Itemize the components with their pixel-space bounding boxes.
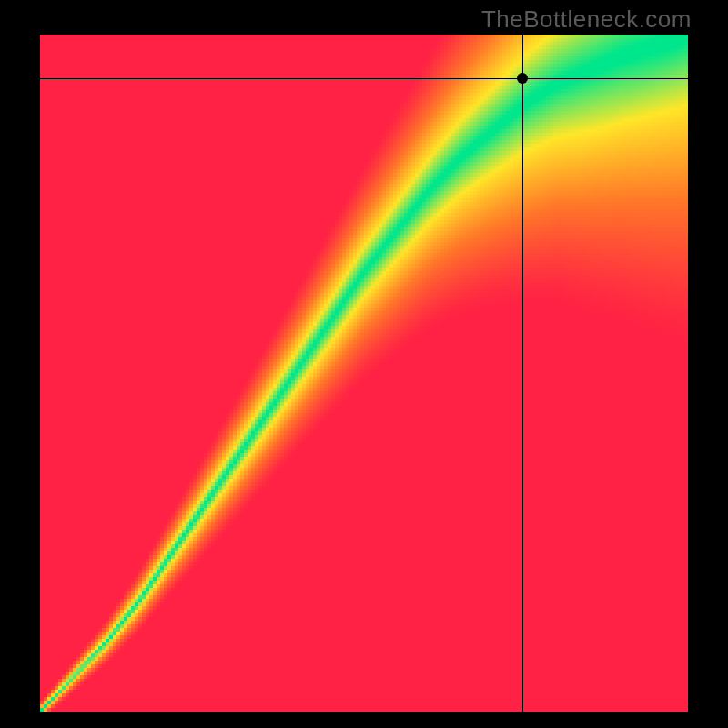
chart-frame: TheBottleneck.com [0,0,728,728]
crosshair-vertical [522,35,523,712]
watermark-text: TheBottleneck.com [481,5,692,34]
crosshair-horizontal [40,78,688,79]
plot-area [40,35,688,712]
heatmap-canvas [40,35,688,712]
